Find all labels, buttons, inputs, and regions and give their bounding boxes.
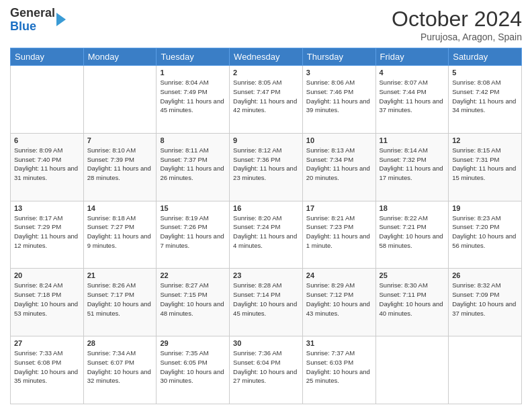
- table-cell: 9Sunrise: 8:12 AMSunset: 7:36 PMDaylight…: [230, 133, 303, 201]
- day-number: 1: [160, 68, 226, 77]
- table-cell: 24Sunrise: 8:29 AMSunset: 7:12 PMDayligh…: [302, 269, 375, 336]
- day-info: Sunrise: 8:15 AMSunset: 7:31 PMDaylight:…: [452, 146, 518, 183]
- main-title: October 2024: [392, 7, 522, 32]
- day-info: Sunrise: 7:33 AMSunset: 6:08 PMDaylight:…: [14, 349, 80, 385]
- table-cell: 18Sunrise: 8:22 AMSunset: 7:21 PMDayligh…: [375, 201, 449, 269]
- col-thursday: Thursday: [302, 48, 375, 66]
- day-info: Sunrise: 8:13 AMSunset: 7:34 PMDaylight:…: [306, 146, 372, 183]
- week-row-4: 20Sunrise: 8:24 AMSunset: 7:18 PMDayligh…: [11, 269, 522, 336]
- table-cell: 15Sunrise: 8:19 AMSunset: 7:26 PMDayligh…: [157, 201, 230, 269]
- table-cell: 30Sunrise: 7:36 AMSunset: 6:04 PMDayligh…: [230, 336, 303, 404]
- logo-blue: Blue: [10, 19, 36, 33]
- header: General Blue October 2024 Purujosa, Arag…: [10, 7, 522, 42]
- table-cell: [449, 336, 522, 404]
- table-cell: 5Sunrise: 8:08 AMSunset: 7:42 PMDaylight…: [449, 66, 522, 134]
- table-cell: 16Sunrise: 8:20 AMSunset: 7:24 PMDayligh…: [230, 201, 303, 269]
- table-cell: 10Sunrise: 8:13 AMSunset: 7:34 PMDayligh…: [302, 133, 375, 201]
- logo: General Blue: [10, 7, 66, 34]
- week-row-5: 27Sunrise: 7:33 AMSunset: 6:08 PMDayligh…: [11, 336, 522, 404]
- calendar-header-row: Sunday Monday Tuesday Wednesday Thursday…: [11, 48, 522, 66]
- table-cell: 28Sunrise: 7:34 AMSunset: 6:07 PMDayligh…: [83, 336, 157, 404]
- col-friday: Friday: [375, 48, 449, 66]
- day-info: Sunrise: 7:34 AMSunset: 6:07 PMDaylight:…: [87, 349, 153, 385]
- day-number: 7: [87, 136, 153, 144]
- table-cell: 27Sunrise: 7:33 AMSunset: 6:08 PMDayligh…: [11, 336, 84, 404]
- day-info: Sunrise: 8:07 AMSunset: 7:44 PMDaylight:…: [380, 78, 445, 115]
- day-number: 5: [452, 68, 518, 77]
- day-info: Sunrise: 8:11 AMSunset: 7:37 PMDaylight:…: [160, 146, 226, 183]
- day-number: 12: [452, 136, 518, 144]
- table-cell: [375, 336, 449, 404]
- table-cell: 1Sunrise: 8:04 AMSunset: 7:49 PMDaylight…: [157, 66, 230, 134]
- day-number: 26: [452, 271, 518, 279]
- day-info: Sunrise: 8:19 AMSunset: 7:26 PMDaylight:…: [160, 214, 226, 250]
- day-number: 14: [87, 204, 153, 212]
- day-info: Sunrise: 8:17 AMSunset: 7:29 PMDaylight:…: [14, 214, 80, 250]
- logo-general: General: [10, 6, 55, 19]
- day-number: 2: [233, 68, 299, 77]
- day-info: Sunrise: 7:35 AMSunset: 6:05 PMDaylight:…: [160, 349, 226, 385]
- title-section: October 2024 Purujosa, Aragon, Spain: [392, 7, 522, 42]
- day-number: 8: [160, 136, 226, 144]
- day-info: Sunrise: 8:12 AMSunset: 7:36 PMDaylight:…: [233, 146, 299, 183]
- day-number: 23: [233, 271, 299, 279]
- table-cell: 7Sunrise: 8:10 AMSunset: 7:39 PMDaylight…: [83, 133, 157, 201]
- day-info: Sunrise: 8:20 AMSunset: 7:24 PMDaylight:…: [233, 214, 299, 250]
- table-cell: 6Sunrise: 8:09 AMSunset: 7:40 PMDaylight…: [11, 133, 84, 201]
- col-wednesday: Wednesday: [230, 48, 303, 66]
- table-cell: 12Sunrise: 8:15 AMSunset: 7:31 PMDayligh…: [449, 133, 522, 201]
- day-info: Sunrise: 8:14 AMSunset: 7:32 PMDaylight:…: [380, 146, 445, 183]
- day-info: Sunrise: 8:21 AMSunset: 7:23 PMDaylight:…: [306, 214, 372, 250]
- logo-text-block: General Blue: [10, 7, 55, 34]
- day-info: Sunrise: 8:09 AMSunset: 7:40 PMDaylight:…: [14, 146, 80, 183]
- table-cell: [11, 66, 84, 134]
- table-cell: 17Sunrise: 8:21 AMSunset: 7:23 PMDayligh…: [302, 201, 375, 269]
- day-number: 4: [380, 68, 445, 77]
- day-number: 3: [306, 68, 372, 77]
- day-number: 15: [160, 204, 226, 212]
- table-cell: 21Sunrise: 8:26 AMSunset: 7:17 PMDayligh…: [83, 269, 157, 336]
- table-cell: 31Sunrise: 7:37 AMSunset: 6:03 PMDayligh…: [302, 336, 375, 404]
- day-info: Sunrise: 8:26 AMSunset: 7:17 PMDaylight:…: [87, 281, 153, 318]
- day-number: 22: [160, 271, 226, 279]
- subtitle: Purujosa, Aragon, Spain: [392, 32, 522, 42]
- day-number: 27: [14, 339, 80, 347]
- day-info: Sunrise: 8:06 AMSunset: 7:46 PMDaylight:…: [306, 78, 372, 115]
- table-cell: 26Sunrise: 8:32 AMSunset: 7:09 PMDayligh…: [449, 269, 522, 336]
- day-info: Sunrise: 7:36 AMSunset: 6:04 PMDaylight:…: [233, 349, 299, 385]
- day-number: 29: [160, 339, 226, 347]
- day-info: Sunrise: 8:28 AMSunset: 7:14 PMDaylight:…: [233, 281, 299, 318]
- logo-arrow-icon: [56, 13, 66, 26]
- table-cell: 3Sunrise: 8:06 AMSunset: 7:46 PMDaylight…: [302, 66, 375, 134]
- day-number: 21: [87, 271, 153, 279]
- day-number: 13: [14, 204, 80, 212]
- table-cell: 13Sunrise: 8:17 AMSunset: 7:29 PMDayligh…: [11, 201, 84, 269]
- page: General Blue October 2024 Purujosa, Arag…: [0, 0, 532, 411]
- day-info: Sunrise: 8:22 AMSunset: 7:21 PMDaylight:…: [380, 214, 445, 250]
- day-number: 19: [452, 204, 518, 212]
- day-number: 20: [14, 271, 80, 279]
- day-info: Sunrise: 7:37 AMSunset: 6:03 PMDaylight:…: [306, 349, 372, 385]
- day-info: Sunrise: 8:24 AMSunset: 7:18 PMDaylight:…: [14, 281, 80, 318]
- day-number: 30: [233, 339, 299, 347]
- day-number: 25: [380, 271, 445, 279]
- table-cell: 29Sunrise: 7:35 AMSunset: 6:05 PMDayligh…: [157, 336, 230, 404]
- week-row-3: 13Sunrise: 8:17 AMSunset: 7:29 PMDayligh…: [11, 201, 522, 269]
- table-cell: 14Sunrise: 8:18 AMSunset: 7:27 PMDayligh…: [83, 201, 157, 269]
- day-info: Sunrise: 8:30 AMSunset: 7:11 PMDaylight:…: [380, 281, 445, 318]
- table-cell: [83, 66, 157, 134]
- day-number: 16: [233, 204, 299, 212]
- day-info: Sunrise: 8:32 AMSunset: 7:09 PMDaylight:…: [452, 281, 518, 318]
- day-info: Sunrise: 8:05 AMSunset: 7:47 PMDaylight:…: [233, 78, 299, 115]
- calendar-table: Sunday Monday Tuesday Wednesday Thursday…: [10, 48, 522, 404]
- table-cell: 25Sunrise: 8:30 AMSunset: 7:11 PMDayligh…: [375, 269, 449, 336]
- day-info: Sunrise: 8:29 AMSunset: 7:12 PMDaylight:…: [306, 281, 372, 318]
- week-row-2: 6Sunrise: 8:09 AMSunset: 7:40 PMDaylight…: [11, 133, 522, 201]
- day-number: 10: [306, 136, 372, 144]
- day-number: 24: [306, 271, 372, 279]
- day-number: 17: [306, 204, 372, 212]
- day-number: 28: [87, 339, 153, 347]
- table-cell: 2Sunrise: 8:05 AMSunset: 7:47 PMDaylight…: [230, 66, 303, 134]
- day-info: Sunrise: 8:18 AMSunset: 7:27 PMDaylight:…: [87, 214, 153, 250]
- col-tuesday: Tuesday: [157, 48, 230, 66]
